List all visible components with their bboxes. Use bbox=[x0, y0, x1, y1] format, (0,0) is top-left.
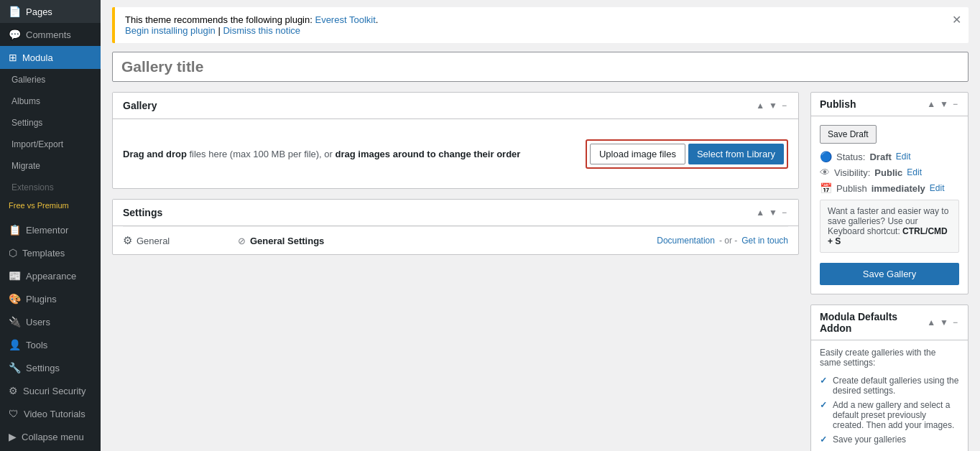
plugins-icon: 🔌 bbox=[9, 316, 21, 327]
sidebar-item-albums[interactable]: Albums bbox=[0, 90, 101, 112]
settings-general-title: General Settings bbox=[250, 236, 324, 246]
upload-image-button[interactable]: Upload image files bbox=[590, 144, 685, 164]
settings-collapse-toggle[interactable]: − bbox=[780, 208, 788, 218]
publish-panel-controls: ▲ ▼ − bbox=[925, 99, 959, 109]
content-columns: Gallery ▲ ▼ − Drag and drop files here (… bbox=[112, 92, 969, 451]
publish-collapse-toggle[interactable]: − bbox=[951, 99, 959, 109]
visibility-edit-link[interactable]: Edit bbox=[907, 167, 922, 177]
gallery-collapse-toggle[interactable]: − bbox=[780, 101, 788, 111]
gallery-metabox-title: Gallery bbox=[123, 100, 157, 111]
gallery-metabox-body: Drag and drop files here (max 100 MB per… bbox=[113, 119, 798, 188]
settings-collapse-up[interactable]: ▲ bbox=[754, 208, 766, 218]
modula-defaults-up[interactable]: ▲ bbox=[925, 317, 937, 327]
publish-label: Publish bbox=[836, 183, 867, 194]
gallery-metabox-header: Gallery ▲ ▼ − bbox=[113, 93, 798, 119]
publish-collapse-down[interactable]: ▼ bbox=[938, 99, 950, 109]
sidebar-item-comments[interactable]: 💬 Comments bbox=[0, 23, 101, 46]
gallery-collapse-up[interactable]: ▲ bbox=[754, 101, 766, 111]
drag-reorder-text: drag images around to change their order bbox=[335, 149, 520, 159]
sidebar-item-migrate[interactable]: Migrate bbox=[0, 155, 101, 177]
publish-panel-header: Publish ▲ ▼ − bbox=[811, 93, 968, 116]
publish-panel-title: Publish bbox=[820, 98, 856, 110]
feature-item-1: Create default galleries using the desir… bbox=[820, 373, 959, 398]
status-icon: 🔵 bbox=[820, 151, 832, 162]
gallery-collapse-down[interactable]: ▼ bbox=[767, 101, 779, 111]
sidebar-item-settings[interactable]: ⚙ Sucuri Security bbox=[0, 379, 101, 402]
templates-icon: 📰 bbox=[9, 270, 21, 282]
settings-collapse-down[interactable]: ▼ bbox=[767, 208, 779, 218]
settings-general-row: ⚙ General ⊘ General Settings Documentati… bbox=[123, 226, 788, 254]
gallery-upload-area: Drag and drop files here (max 100 MB per… bbox=[123, 132, 788, 175]
upload-buttons-container: Upload image files Select from Library bbox=[586, 139, 788, 169]
publish-time-row: 📅 Publish immediately Edit bbox=[820, 182, 959, 194]
sidebar-item-free-premium[interactable]: Free vs Premium bbox=[0, 198, 101, 213]
sidebar-item-templates[interactable]: 📰 Appearance bbox=[0, 264, 101, 287]
drag-drop-text: Drag and drop bbox=[123, 149, 187, 159]
visibility-label: Visibility: bbox=[834, 167, 870, 178]
notice-close-button[interactable]: ✕ bbox=[952, 13, 961, 27]
settings-metabox-body: ⚙ General ⊘ General Settings Documentati… bbox=[113, 226, 798, 254]
plugin-link[interactable]: Everest Toolkit bbox=[315, 14, 375, 25]
modula-icon: ⊞ bbox=[9, 52, 17, 63]
sidebar-item-plugins[interactable]: 🔌 Users bbox=[0, 310, 101, 333]
sidebar-collapse[interactable]: ◀ bbox=[0, 448, 101, 451]
settings-question-icon: ⊘ bbox=[238, 236, 246, 246]
appearance-icon: 🎨 bbox=[9, 293, 21, 304]
sidebar-item-extensions[interactable]: Extensions bbox=[0, 177, 101, 198]
settings-metabox-title: Settings bbox=[123, 207, 162, 218]
comments-icon: 💬 bbox=[9, 29, 21, 40]
publish-panel-body: Save Draft 🔵 Status: Draft Edit 👁 Visibi… bbox=[811, 116, 968, 294]
modula-defaults-header: Modula Defaults Addon ▲ ▼ − bbox=[811, 305, 968, 340]
visibility-icon: 👁 bbox=[820, 167, 830, 178]
sucuri-icon: 🛡 bbox=[9, 408, 19, 419]
modula-defaults-features: Create default galleries using the desir… bbox=[820, 373, 959, 447]
settings-gear-icon: ⚙ bbox=[123, 234, 132, 247]
settings-metabox: Settings ▲ ▼ − ⚙ General bbox=[112, 199, 799, 255]
documentation-link[interactable]: Documentation bbox=[657, 236, 715, 246]
settings-icon: ⚙ bbox=[9, 385, 18, 396]
modula-defaults-controls: ▲ ▼ − bbox=[925, 317, 959, 327]
publish-edit-link[interactable]: Edit bbox=[930, 183, 945, 193]
gallery-title-input[interactable]: GALLERY bbox=[112, 52, 969, 82]
users-icon: 👤 bbox=[9, 339, 21, 350]
sidebar-item-pages[interactable]: 📄 Pages bbox=[0, 0, 101, 23]
publish-tip: Want a faster and easier way to save gal… bbox=[820, 200, 959, 253]
sidebar-item-video-tutorials[interactable]: ▶ Collapse menu bbox=[0, 425, 101, 448]
sidebar-item-elementor[interactable]: ⬡ Templates bbox=[0, 241, 101, 264]
elementor-icon: ⬡ bbox=[9, 247, 17, 259]
sidebar-item-modula[interactable]: ⊞ Modula bbox=[0, 46, 101, 69]
visibility-value: Public bbox=[874, 167, 902, 178]
gallery-metabox: Gallery ▲ ▼ − Drag and drop files here (… bbox=[112, 92, 799, 189]
pages-icon: 📄 bbox=[9, 6, 21, 17]
modula-defaults-description: Easily create galleries with the same se… bbox=[820, 348, 959, 368]
sidebar-item-appearance[interactable]: 🎨 Plugins bbox=[0, 287, 101, 310]
sidebar-item-galleries[interactable]: Galleries bbox=[0, 69, 101, 90]
modula-defaults-toggle[interactable]: − bbox=[951, 317, 959, 327]
save-draft-button[interactable]: Save Draft bbox=[820, 125, 877, 144]
sidebar-item-sucuri[interactable]: 🛡 Video Tutorials bbox=[0, 402, 101, 425]
sidebar-item-tools[interactable]: 🔧 Settings bbox=[0, 356, 101, 379]
settings-metabox-controls: ▲ ▼ − bbox=[754, 208, 788, 218]
ninja-forms-icon: 📋 bbox=[9, 224, 21, 236]
publish-panel: Publish ▲ ▼ − Save Draft 🔵 Status: Draft… bbox=[810, 92, 969, 294]
feature-item-3: Save your galleries bbox=[820, 432, 959, 447]
sidebar-item-settings-modula[interactable]: Settings bbox=[0, 112, 101, 134]
dismiss-notice-link[interactable]: Dismiss this notice bbox=[223, 25, 300, 36]
install-plugin-link[interactable]: Begin installing plugin bbox=[125, 25, 216, 36]
select-from-library-button[interactable]: Select from Library bbox=[688, 144, 784, 164]
status-edit-link[interactable]: Edit bbox=[896, 152, 911, 162]
tools-icon: 🔧 bbox=[9, 362, 21, 373]
sidebar-item-ninja-forms[interactable]: 📋 Elementor bbox=[0, 218, 101, 241]
content-left: Gallery ▲ ▼ − Drag and drop files here (… bbox=[112, 92, 799, 451]
get-in-touch-link[interactable]: Get in touch bbox=[741, 236, 788, 246]
notice-text: This theme recommends the following plug… bbox=[125, 14, 315, 25]
modula-defaults-down[interactable]: ▼ bbox=[938, 317, 950, 327]
video-icon: ▶ bbox=[9, 431, 17, 442]
gallery-metabox-controls: ▲ ▼ − bbox=[754, 101, 788, 111]
status-label: Status: bbox=[836, 152, 865, 162]
sidebar-item-users[interactable]: 👤 Tools bbox=[0, 333, 101, 356]
publish-collapse-up[interactable]: ▲ bbox=[925, 99, 937, 109]
save-gallery-button[interactable]: Save Gallery bbox=[820, 263, 959, 285]
sidebar-item-import-export[interactable]: Import/Export bbox=[0, 134, 101, 155]
settings-general-label: ⚙ General bbox=[123, 234, 238, 247]
